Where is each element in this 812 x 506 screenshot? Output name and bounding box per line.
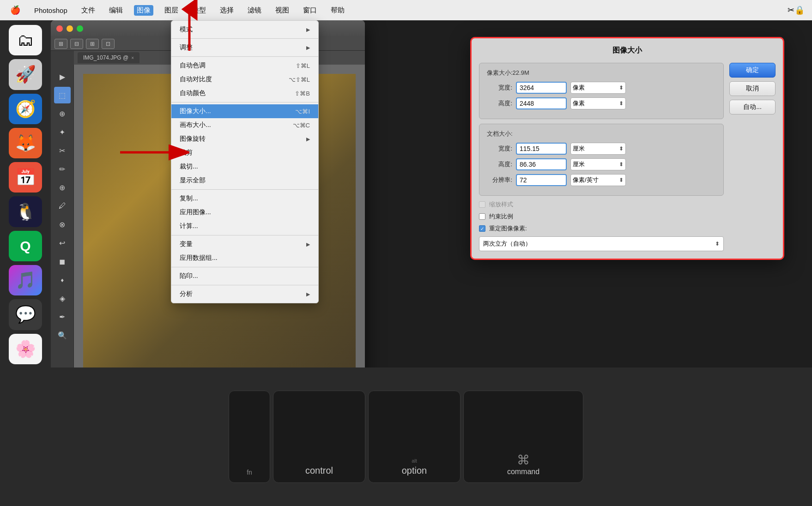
- menu-apply-image[interactable]: 应用图像...: [171, 205, 318, 219]
- menubar-view[interactable]: 视图: [273, 5, 292, 16]
- tool-magic-wand[interactable]: ✦: [54, 124, 71, 140]
- tool-move[interactable]: ▶: [54, 68, 71, 85]
- select-tool-btn2[interactable]: ⊟: [70, 39, 83, 49]
- dock-safari[interactable]: 🧭: [9, 94, 42, 124]
- resample-method-select[interactable]: 两次立方（自动） ⬍: [479, 236, 724, 251]
- dock-itunes[interactable]: 🎵: [9, 265, 42, 295]
- apple-menu[interactable]: 🍎: [7, 4, 23, 16]
- menu-canvas-size[interactable]: 画布大小... ⌥⌘C: [171, 118, 318, 132]
- menu-crop[interactable]: 裁剪: [171, 146, 318, 160]
- doc-height-unit-select[interactable]: 厘米 ⬍: [570, 158, 626, 170]
- menu-auto-tone-label: 自动色调: [180, 61, 206, 70]
- menu-adjust[interactable]: 调整 ▶: [171, 41, 318, 54]
- command-key[interactable]: ⌘ command: [463, 391, 583, 483]
- resolution-input[interactable]: [516, 174, 567, 186]
- auto-button[interactable]: 自动...: [729, 100, 776, 114]
- doc-width-input[interactable]: [516, 143, 567, 155]
- menu-mode-arrow: ▶: [306, 27, 310, 33]
- dock-quicksilver[interactable]: Q: [9, 231, 42, 261]
- tool-history-brush[interactable]: ↩: [54, 235, 71, 251]
- menu-mode[interactable]: 模式 ▶: [171, 23, 318, 36]
- menu-duplicate[interactable]: 复制...: [171, 192, 318, 205]
- tool-gradient[interactable]: ⬧: [54, 271, 71, 288]
- tool-heal[interactable]: ⊕: [54, 179, 71, 196]
- menubar-select[interactable]: 选择: [217, 5, 236, 16]
- resolution-unit-arrow: ⬍: [619, 177, 624, 183]
- tool-pen[interactable]: ✒: [54, 308, 71, 325]
- cancel-button[interactable]: 取消: [729, 81, 776, 96]
- tool-lasso[interactable]: ⊕: [54, 105, 71, 122]
- dock-finder[interactable]: 🗂: [9, 25, 42, 55]
- menu-reveal-all[interactable]: 显示全部: [171, 174, 318, 187]
- ok-button[interactable]: 确定: [729, 63, 776, 78]
- tab-close-icon[interactable]: ×: [131, 55, 134, 60]
- control-key[interactable]: control: [273, 391, 365, 483]
- minimize-button[interactable]: [67, 25, 73, 32]
- tool-eraser[interactable]: ◼: [54, 253, 71, 270]
- doc-width-unit-label: 厘米: [573, 145, 585, 153]
- tab-img1074[interactable]: IMG_1074.JPG @ ×: [78, 52, 139, 63]
- menu-image-rotate-arrow: ▶: [306, 136, 310, 142]
- menu-apply-data[interactable]: 应用数据组...: [171, 251, 318, 265]
- menu-image-size[interactable]: 图像大小... ⌥⌘I: [171, 104, 318, 118]
- menu-variables[interactable]: 变量 ▶: [171, 237, 318, 251]
- dock-qq[interactable]: 🐧: [9, 196, 42, 227]
- tool-crop[interactable]: ✂: [54, 142, 71, 159]
- resample-row: ✓ 重定图像像素:: [479, 224, 724, 233]
- pixel-width-unit-select[interactable]: 像素 ⬍: [570, 82, 626, 94]
- resolution-unit-select[interactable]: 像素/英寸 ⬍: [570, 174, 626, 186]
- menu-apply-data-label: 应用数据组...: [180, 254, 218, 262]
- menubar-edit[interactable]: 编辑: [106, 5, 126, 16]
- tool-select-rect[interactable]: ⬚: [54, 87, 71, 103]
- option-key[interactable]: alt option: [368, 391, 461, 483]
- menubar-type[interactable]: 类型: [189, 5, 209, 16]
- menubar-window[interactable]: 窗口: [300, 5, 320, 16]
- dock-launchpad[interactable]: 🚀: [9, 59, 42, 90]
- menubar-layer[interactable]: 图层: [162, 5, 181, 16]
- pixel-height-input[interactable]: [516, 97, 567, 109]
- tool-zoom[interactable]: 🔍: [54, 327, 71, 343]
- dock-firefox[interactable]: 🦊: [9, 128, 42, 158]
- menubar-photoshop[interactable]: Photoshop: [31, 6, 70, 15]
- pixel-height-unit-select[interactable]: 像素 ⬍: [570, 97, 626, 109]
- scale-styles-checkbox[interactable]: [479, 201, 485, 208]
- menu-auto-tone[interactable]: 自动色调 ⇧⌘L: [171, 59, 318, 72]
- doc-width-unit-select[interactable]: 厘米 ⬍: [570, 143, 626, 155]
- menubar-file[interactable]: 文件: [79, 5, 98, 16]
- close-button[interactable]: [56, 25, 63, 32]
- tool-stamp[interactable]: ⊗: [54, 216, 71, 233]
- dock-calendar[interactable]: 📅: [9, 162, 42, 193]
- menu-image-rotate[interactable]: 图像旋转 ▶: [171, 132, 318, 146]
- tool-dodge[interactable]: ◈: [54, 290, 71, 307]
- maximize-button[interactable]: [77, 25, 83, 32]
- menu-image-rotate-label: 图像旋转: [180, 135, 206, 143]
- menu-calc[interactable]: 计算...: [171, 219, 318, 233]
- constrain-proportions-checkbox[interactable]: [479, 213, 485, 220]
- menu-trap[interactable]: 陷印...: [171, 269, 318, 283]
- menubar-image[interactable]: 图像: [134, 5, 153, 16]
- select-tool-btn4[interactable]: ⊡: [102, 39, 115, 49]
- constrain-proportions-label: 约束比例: [489, 212, 513, 221]
- menubar-help[interactable]: 帮助: [328, 5, 347, 16]
- menu-sep1: [171, 38, 318, 39]
- menu-duplicate-label: 复制...: [180, 194, 198, 203]
- doc-height-input[interactable]: [516, 158, 567, 170]
- pixel-width-input[interactable]: [516, 82, 567, 94]
- menubar: 🍎 Photoshop 文件 编辑 图像 图层 类型 选择 滤镜 视图 窗口 帮…: [0, 0, 812, 20]
- menu-analysis[interactable]: 分析 ▶: [171, 287, 318, 301]
- resample-checkbox[interactable]: ✓: [479, 225, 485, 232]
- menubar-filter[interactable]: 滤镜: [245, 5, 264, 16]
- resolution-row: 分辨率: 像素/英寸 ⬍: [487, 174, 716, 186]
- dock-wechat[interactable]: 💬: [9, 299, 42, 330]
- menu-calc-label: 计算...: [180, 222, 198, 230]
- menu-auto-color[interactable]: 自动颜色 ⇧⌘B: [171, 86, 318, 100]
- command-symbol: ⌘: [517, 452, 530, 468]
- fn-key[interactable]: fn: [229, 391, 270, 483]
- menu-trim[interactable]: 裁切...: [171, 160, 318, 174]
- select-tool-btn[interactable]: ⊞: [55, 39, 67, 49]
- select-tool-btn3[interactable]: ⊞: [86, 39, 99, 49]
- menu-auto-contrast[interactable]: 自动对比度 ⌥⇧⌘L: [171, 72, 318, 86]
- tool-eyedropper[interactable]: ✏: [54, 161, 71, 177]
- dock-photos[interactable]: 🌸: [9, 334, 42, 364]
- tool-brush[interactable]: 🖊: [54, 198, 71, 214]
